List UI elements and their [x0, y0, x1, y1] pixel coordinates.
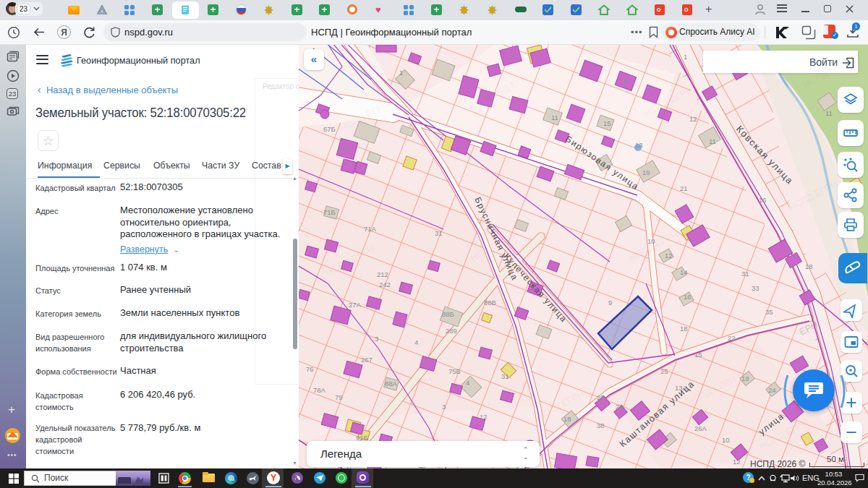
- svg-text:21: 21: [680, 184, 688, 192]
- svg-text:33: 33: [752, 284, 760, 292]
- svg-text:12: 12: [665, 252, 673, 260]
- svg-text:14: 14: [680, 268, 688, 276]
- svg-text:18: 18: [805, 262, 813, 270]
- svg-text:11: 11: [825, 109, 833, 117]
- svg-text:27А: 27А: [349, 301, 362, 309]
- svg-text:28: 28: [597, 393, 605, 401]
- svg-text:3: 3: [442, 403, 446, 411]
- svg-text:3: 3: [375, 335, 378, 343]
- svg-text:16: 16: [684, 293, 692, 301]
- svg-text:79: 79: [335, 393, 343, 401]
- svg-text:19: 19: [642, 168, 650, 176]
- svg-text:5: 5: [511, 52, 514, 60]
- svg-text:88В: 88В: [484, 299, 496, 307]
- svg-text:12: 12: [689, 115, 697, 123]
- svg-text:22: 22: [728, 334, 736, 342]
- svg-text:16: 16: [759, 196, 767, 204]
- svg-text:242: 242: [379, 281, 391, 288]
- svg-text:12: 12: [733, 458, 741, 466]
- svg-text:31: 31: [435, 229, 443, 237]
- svg-text:1: 1: [399, 69, 403, 77]
- svg-text:71Б: 71Б: [323, 208, 336, 216]
- svg-text:12: 12: [480, 413, 488, 421]
- svg-text:212: 212: [377, 270, 388, 278]
- svg-text:25: 25: [660, 367, 668, 375]
- svg-text:15: 15: [603, 119, 611, 127]
- svg-text:289: 289: [446, 327, 457, 335]
- svg-text:1: 1: [684, 53, 687, 61]
- svg-text:76: 76: [306, 365, 314, 373]
- svg-text:13А: 13А: [675, 384, 688, 392]
- svg-text:22: 22: [616, 403, 624, 411]
- svg-text:13: 13: [635, 141, 643, 149]
- svg-text:31: 31: [501, 372, 509, 380]
- svg-text:18: 18: [741, 374, 749, 382]
- svg-text:38: 38: [597, 421, 605, 429]
- svg-text:26А: 26А: [694, 424, 707, 432]
- svg-text:88А: 88А: [385, 380, 398, 388]
- svg-text:18: 18: [680, 325, 688, 333]
- svg-text:18: 18: [563, 415, 571, 423]
- svg-text:35: 35: [765, 308, 773, 316]
- svg-text:24: 24: [768, 386, 776, 394]
- svg-text:15: 15: [694, 351, 702, 359]
- svg-text:67Б: 67Б: [323, 125, 336, 133]
- svg-text:4: 4: [414, 338, 418, 346]
- svg-text:31: 31: [741, 270, 749, 278]
- svg-text:267: 267: [361, 356, 373, 364]
- svg-text:75Б: 75Б: [448, 367, 461, 375]
- svg-text:4: 4: [466, 379, 469, 387]
- svg-text:9: 9: [592, 460, 595, 468]
- svg-text:11: 11: [709, 137, 716, 145]
- svg-text:10: 10: [647, 237, 655, 245]
- svg-text:696: 696: [339, 145, 350, 153]
- svg-text:11: 11: [551, 114, 558, 121]
- svg-text:88Б: 88Б: [442, 310, 454, 318]
- svg-text:9: 9: [624, 77, 627, 85]
- svg-text:71А: 71А: [364, 225, 377, 233]
- svg-text:9: 9: [608, 299, 612, 307]
- svg-text:10: 10: [722, 436, 730, 444]
- svg-text:78А: 78А: [313, 386, 326, 394]
